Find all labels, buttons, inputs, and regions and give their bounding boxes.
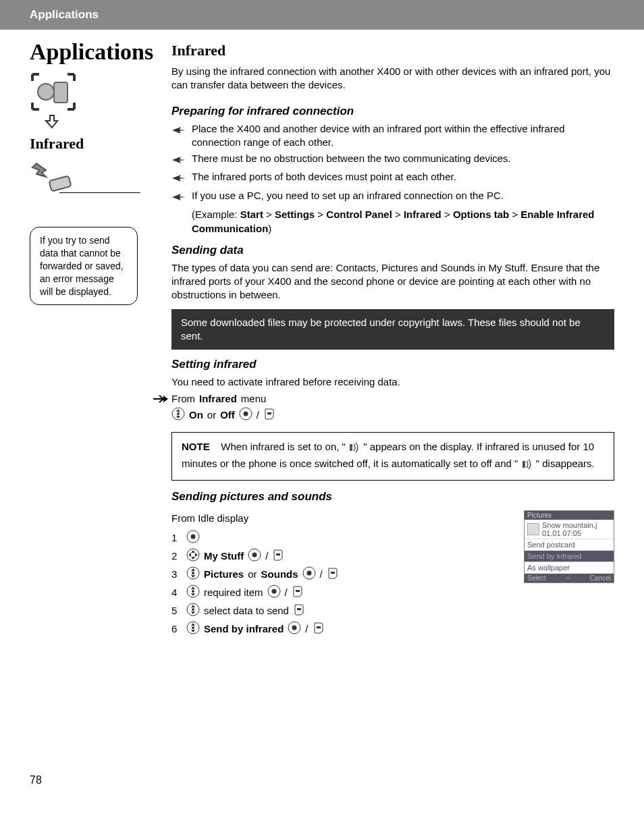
my-stuff-label: My Stuff xyxy=(204,550,244,562)
softkey-icon xyxy=(272,548,284,564)
header-section: Applications xyxy=(30,8,99,21)
nav-updown-icon xyxy=(186,603,200,618)
applications-glyph xyxy=(30,72,158,114)
arrow-down-icon xyxy=(45,114,158,131)
from-idle: From Idle display xyxy=(171,512,497,525)
example-prefix: (Example: xyxy=(192,209,240,220)
sending-head: Sending data xyxy=(171,244,614,257)
send-by-infrared-label: Send by infrared xyxy=(204,623,284,634)
softkey-icon xyxy=(313,621,325,637)
step-1: 1 xyxy=(171,530,497,545)
thumbnail-icon xyxy=(527,523,539,535)
phone-softkeys: Select ○ Cancel xyxy=(525,574,614,583)
slash: / xyxy=(265,550,268,562)
from-bold: Infrared xyxy=(199,393,237,404)
softkey-icon xyxy=(293,603,305,618)
svg-rect-25 xyxy=(296,590,300,592)
svg-point-14 xyxy=(252,552,257,557)
svg-point-0 xyxy=(38,84,54,100)
phone-file-row: Snow mountain.j 01.01 07:05 xyxy=(525,520,614,539)
on-label: On xyxy=(189,409,203,421)
warning-box: Some downloaded files may be protected u… xyxy=(171,309,614,350)
slash: / xyxy=(285,587,288,598)
phone-center-dot: ○ xyxy=(566,574,570,582)
phone-date: 01.01 07:05 xyxy=(542,529,597,537)
svg-point-22 xyxy=(192,590,194,593)
sounds-label: Sounds xyxy=(261,568,298,580)
softkey-icon xyxy=(327,566,339,582)
path-seg: Control Panel xyxy=(326,209,392,220)
from-prefix: From xyxy=(171,393,195,404)
svg-rect-33 xyxy=(317,626,321,628)
phone-screenshot: Pictures Snow mountain.j 01.01 07:05 Sen… xyxy=(524,510,614,583)
nav-updown-icon xyxy=(171,407,185,423)
section-title: Infrared xyxy=(171,42,614,59)
select-data-label: select data to send xyxy=(204,605,289,616)
slash: / xyxy=(305,623,308,634)
pointer-icon xyxy=(171,172,186,186)
nav-updown-icon xyxy=(186,585,200,600)
step-2: 2 My Stuff / xyxy=(171,548,497,564)
path-seg: Settings xyxy=(275,209,315,220)
slash: / xyxy=(320,568,323,580)
step-6: 6 Send by infrared / xyxy=(171,621,497,637)
or-text: or xyxy=(248,568,257,580)
svg-rect-1 xyxy=(54,82,68,103)
bullet-text: The infrared ports of both devices must … xyxy=(192,170,456,184)
phone-filename: Snow mountain.j xyxy=(542,521,597,529)
center-key-icon xyxy=(288,621,301,637)
or-text: or xyxy=(207,409,216,421)
phone-softkey-right: Cancel xyxy=(590,574,611,582)
note-text-3: " disappears. xyxy=(533,458,595,469)
svg-point-4 xyxy=(177,412,180,415)
svg-point-27 xyxy=(192,608,194,611)
softkey-icon xyxy=(292,585,304,600)
phone-option: As wallpaper xyxy=(525,562,614,574)
prep-head: Preparing for infrared connection xyxy=(171,105,614,118)
example-suffix: ) xyxy=(268,223,271,234)
from-suffix: menu xyxy=(241,393,267,404)
phone-title: Pictures xyxy=(525,511,614,520)
pointer-icon xyxy=(171,124,186,138)
svg-point-19 xyxy=(306,570,311,575)
svg-point-24 xyxy=(271,589,276,593)
bullet-text: Place the X400 and another device with a… xyxy=(192,122,614,150)
center-key-icon xyxy=(239,407,252,423)
bullet-item: If you use a PC, you need to set up an i… xyxy=(171,189,614,205)
center-key-icon xyxy=(186,530,200,545)
pointer-icon xyxy=(171,154,186,167)
pictures-label: Pictures xyxy=(204,568,244,580)
svg-rect-9 xyxy=(522,461,525,468)
setting-step: On or Off / xyxy=(171,407,614,423)
setting-head: Setting infrared xyxy=(171,358,614,371)
infrared-status-icon xyxy=(348,442,360,456)
step-num: 6 xyxy=(171,623,182,634)
path-seg: Options tab xyxy=(453,209,509,220)
svg-point-17 xyxy=(192,572,194,574)
svg-rect-15 xyxy=(276,553,280,556)
bullet-text: There must be no obstruction between the… xyxy=(192,152,511,165)
step-num: 1 xyxy=(171,532,182,543)
svg-rect-2 xyxy=(49,175,71,191)
sidebar-tip-text: If you try to send data that cannot be f… xyxy=(40,235,124,297)
setting-text: You need to activate infrared before rec… xyxy=(171,375,614,389)
center-key-icon xyxy=(248,548,261,564)
off-label: Off xyxy=(220,409,235,421)
svg-point-30 xyxy=(192,626,194,629)
sidebar-title: Applications xyxy=(30,39,158,65)
example-path: (Example: Start > Settings > Control Pan… xyxy=(192,207,614,236)
svg-point-32 xyxy=(292,625,297,630)
path-seg: Infrared xyxy=(404,209,441,220)
svg-rect-28 xyxy=(297,608,301,610)
note-text-1: When infrared is set to on, " xyxy=(221,441,348,452)
note-box: NOTE When infrared is set to on, " " app… xyxy=(171,432,614,481)
step-5: 5 select data to send xyxy=(171,603,497,618)
phone-option-selected: Send by infrared xyxy=(525,551,614,562)
bullet-item: There must be no obstruction between the… xyxy=(171,152,614,167)
arrow-right-icon xyxy=(153,394,169,406)
intro-text: By using the infrared connection with an… xyxy=(171,65,614,92)
sidebar-subtitle: Infrared xyxy=(30,135,158,153)
svg-rect-7 xyxy=(267,412,271,414)
softkey-icon xyxy=(263,407,275,423)
step-4: 4 required item / xyxy=(171,585,497,600)
